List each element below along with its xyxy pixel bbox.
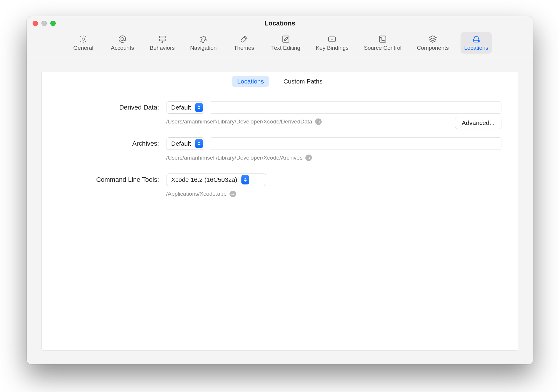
arrow-right-circle-icon[interactable]: [305, 155, 312, 161]
paintbrush-icon: [239, 34, 249, 44]
zoom-window-button[interactable]: [50, 21, 56, 26]
edit-icon: [281, 34, 291, 44]
disk-icon: [471, 34, 481, 44]
derived-data-path-text: /Users/amanhimself/Library/Developer/Xco…: [166, 118, 312, 125]
row-command-line-tools: Command Line Tools: Xcode 16.2 (16C5032a…: [58, 173, 501, 197]
navigation-icon: [198, 34, 209, 44]
archives-label: Archives:: [58, 137, 159, 147]
row-derived-data: Derived Data: Default /Users/amanhimse: [58, 101, 501, 125]
tab-locations[interactable]: Locations: [461, 32, 492, 54]
behaviors-icon: [157, 34, 167, 44]
arrow-right-circle-icon[interactable]: [230, 191, 236, 197]
tab-navigation[interactable]: Navigation: [187, 32, 220, 54]
svg-rect-4: [283, 36, 289, 42]
clt-popup[interactable]: Xcode 16.2 (16C5032a): [166, 173, 266, 186]
locations-panel: Locations Custom Paths Derived Data: Def…: [41, 72, 518, 351]
tab-components[interactable]: Components: [413, 32, 453, 54]
window-title: Locations: [264, 20, 295, 27]
keyboard-icon: [327, 34, 337, 44]
preferences-toolbar: General Accounts Behaviors Navigation: [27, 30, 533, 58]
row-archives: Archives: Default /Users/amanhimself/L: [58, 137, 501, 161]
updown-icon: [195, 103, 203, 112]
derived-data-label: Derived Data:: [58, 101, 159, 111]
titlebar: Locations: [27, 16, 533, 30]
tab-accounts[interactable]: Accounts: [107, 32, 138, 54]
svg-point-8: [384, 40, 385, 41]
derived-data-popup[interactable]: Default: [166, 101, 204, 114]
subtab-bar: Locations Custom Paths: [42, 72, 518, 91]
tab-general[interactable]: General: [68, 32, 99, 54]
tab-source-control[interactable]: Source Control: [360, 32, 405, 54]
advanced-button[interactable]: Advanced...: [455, 117, 501, 129]
at-sign-icon: [117, 34, 127, 44]
preferences-window: Locations General Accounts Behaviors: [27, 16, 533, 364]
subtab-locations[interactable]: Locations: [232, 76, 269, 87]
gear-icon: [78, 34, 88, 44]
svg-rect-5: [328, 37, 336, 41]
clt-label: Command Line Tools:: [58, 173, 159, 184]
clt-path-text: /Applications/Xcode.app: [166, 191, 227, 197]
derived-data-path-field[interactable]: [210, 101, 501, 114]
svg-rect-3: [159, 39, 165, 41]
archives-popup[interactable]: Default: [166, 137, 204, 150]
close-window-button[interactable]: [33, 21, 38, 26]
tab-themes[interactable]: Themes: [229, 32, 259, 54]
archives-path-field[interactable]: [210, 137, 501, 150]
svg-point-0: [82, 38, 84, 40]
svg-rect-6: [380, 36, 386, 42]
layers-icon: [428, 34, 438, 44]
tab-text-editing[interactable]: Text Editing: [268, 32, 304, 54]
svg-rect-2: [159, 36, 165, 38]
tab-behaviors[interactable]: Behaviors: [146, 32, 178, 54]
archives-path-text: /Users/amanhimself/Library/Developer/Xco…: [166, 155, 302, 161]
subtab-custom-paths[interactable]: Custom Paths: [278, 76, 328, 87]
arrow-right-circle-icon[interactable]: [315, 118, 322, 125]
traffic-lights: [33, 21, 56, 26]
source-control-icon: [378, 34, 388, 44]
updown-icon: [241, 175, 249, 184]
updown-icon: [195, 139, 203, 148]
svg-point-7: [381, 37, 382, 38]
svg-point-1: [121, 38, 124, 41]
tab-key-bindings[interactable]: Key Bindings: [312, 32, 352, 54]
minimize-window-button[interactable]: [41, 21, 47, 26]
svg-point-10: [478, 41, 479, 41]
